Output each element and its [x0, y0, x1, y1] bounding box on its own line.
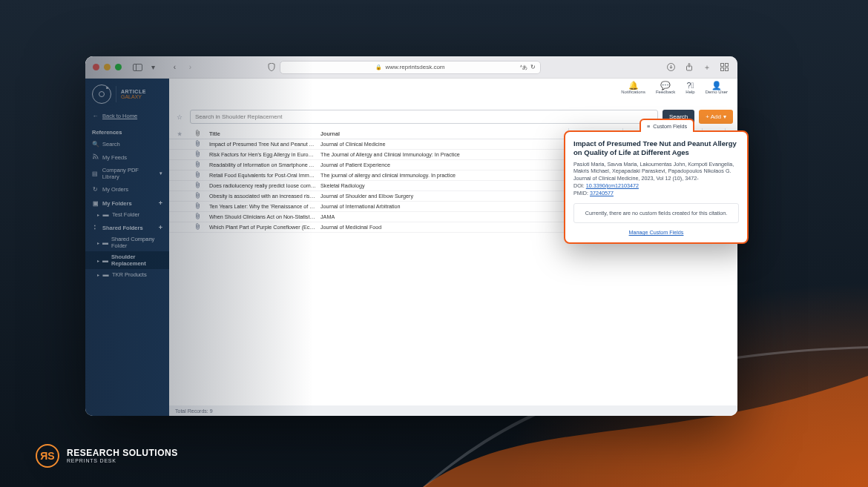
util-user[interactable]: 👤 Demo User — [700, 79, 733, 94]
bell-icon: 🔔 — [628, 82, 639, 90]
new-tab-icon[interactable]: ＋ — [701, 62, 712, 73]
library-icon: ▤ — [92, 170, 99, 177]
search-input[interactable]: Search in Shoulder Replacement — [190, 110, 658, 124]
row-title: Which Plant Part of Purple Coneflower (E… — [209, 224, 320, 231]
util-label: Help — [685, 90, 694, 94]
util-notifications[interactable]: 🔔 Notifications — [616, 79, 651, 94]
app-topbar: 🔔 Notifications 💬 Feedback ?⃝ Help 👤 Dem… — [169, 79, 737, 110]
folder-shoulder-replacement[interactable]: ▸ ▬ Shoulder Replacement — [85, 251, 169, 269]
chevron-down-icon: ▾ — [160, 170, 162, 176]
util-feedback[interactable]: 💬 Feedback — [651, 79, 680, 94]
attachment-icon[interactable] — [185, 140, 209, 148]
clock-icon: ↻ — [92, 186, 99, 193]
svg-rect-4 — [721, 64, 724, 67]
folder-shared-company[interactable]: ▸ ▬ Shared Company Folder — [85, 233, 169, 251]
galaxy-logo-icon — [92, 85, 111, 104]
nav-search[interactable]: 🔍 Search — [85, 138, 169, 150]
row-title: Readability of Information on Smartphone… — [209, 162, 320, 168]
attachment-icon[interactable] — [185, 192, 209, 200]
folder-icon: ▬ — [102, 211, 109, 218]
my-folders-header[interactable]: ▣ My Folders + — [85, 196, 169, 209]
svg-rect-0 — [134, 64, 142, 70]
pmid-label: PMID: — [573, 190, 588, 196]
brand-line1: RESEARCH SOLUTIONS — [67, 448, 178, 458]
svg-rect-5 — [726, 64, 729, 67]
folder-tkr-products[interactable]: ▸ ▬ TKR Products — [85, 269, 169, 280]
row-title: Ten Years Later: Why the 'Renaissance of… — [209, 203, 320, 210]
attachment-icon[interactable] — [185, 213, 209, 221]
total-records: Total Records: 9 — [175, 408, 213, 414]
row-title: Does radiolucency really predict loose c… — [209, 182, 320, 189]
util-help[interactable]: ?⃝ Help — [680, 79, 700, 94]
doi-link[interactable]: 10.3390/jcm12103472 — [586, 182, 639, 189]
attachment-icon[interactable] — [185, 171, 209, 179]
attachment-icon[interactable] — [185, 150, 209, 159]
nav-label: Shared Company Folder — [111, 236, 162, 249]
pmid-link[interactable]: 37240577 — [590, 190, 614, 196]
arrow-left-icon: ← — [92, 113, 99, 119]
folder-icon: ▬ — [102, 239, 108, 246]
translate-icon[interactable]: ᴬあ — [520, 64, 527, 71]
add-shared-folder-icon[interactable]: + — [159, 224, 162, 231]
share-icon[interactable] — [683, 62, 694, 73]
nav-label: Shared Folders — [102, 225, 143, 231]
caret-down-icon: ▾ — [723, 113, 726, 120]
col-attachment[interactable] — [185, 130, 209, 138]
popout-authors: Pasioti Maria, Savva Maria, Lakoumentas … — [573, 161, 734, 175]
traffic-light-zoom[interactable] — [115, 64, 122, 70]
util-label: Demo User — [706, 90, 728, 94]
nav-pdf-library[interactable]: ▤ Company PDF Library ▾ — [85, 164, 169, 183]
col-star[interactable]: ★ — [174, 130, 185, 137]
url-text: www.reprintsdesk.com — [385, 64, 444, 70]
section-references: References — [85, 124, 169, 138]
chevron-right-icon: ▸ — [97, 240, 99, 245]
sidebar-toggle-icon[interactable] — [132, 62, 143, 73]
add-button-label: + Add — [706, 113, 721, 120]
col-title[interactable]: Title — [209, 130, 320, 137]
app-logo: ARTICLEGALAXY — [85, 79, 169, 108]
star-filter-icon[interactable]: ☆ — [174, 113, 185, 121]
nav-forward-icon[interactable]: › — [185, 62, 196, 73]
nav-back-icon[interactable]: ‹ — [169, 62, 180, 73]
share-folder-icon: ⠅ — [92, 225, 99, 231]
custom-fields-popout: ≡ Custom Fields Impact of Presumed Tree … — [564, 130, 749, 244]
user-icon: 👤 — [711, 82, 722, 90]
attachment-icon[interactable] — [185, 161, 209, 169]
reload-icon[interactable]: ↻ — [530, 64, 536, 70]
brand-monogram-icon: ЯS — [36, 444, 59, 468]
traffic-light-close[interactable] — [93, 64, 99, 70]
nav-my-orders[interactable]: ↻ My Orders — [85, 183, 169, 196]
svg-rect-6 — [721, 68, 724, 71]
back-to-home-link[interactable]: ← Back to Home — [85, 108, 169, 124]
browser-chrome: ▾ ‹ › 🔒 www.reprintsdesk.com ᴬあ ↻ ＋ — [85, 56, 737, 79]
attachment-icon[interactable] — [185, 182, 209, 190]
row-title: Risk Factors for Hen's Egg Allergy in Eu… — [209, 151, 320, 158]
download-icon[interactable] — [665, 62, 677, 73]
nav-my-feeds[interactable]: My Feeds — [85, 150, 169, 164]
app-sidebar: ARTICLEGALAXY ← Back to Home References … — [85, 79, 169, 416]
chat-icon: 💬 — [660, 82, 671, 90]
nav-label: TKR Products — [112, 271, 147, 278]
url-bar[interactable]: 🔒 www.reprintsdesk.com ᴬあ ↻ — [280, 61, 541, 74]
add-button[interactable]: + Add ▾ — [699, 110, 733, 124]
attachment-icon[interactable] — [185, 223, 209, 231]
manage-custom-fields-link[interactable]: Manage Custom Fields — [629, 229, 684, 236]
add-folder-icon[interactable]: + — [159, 199, 162, 207]
svg-rect-7 — [726, 68, 729, 71]
popout-tab-label: Custom Fields — [653, 123, 687, 130]
row-title: Obesity is associated with an increased … — [209, 193, 320, 199]
popout-tab[interactable]: ≡ Custom Fields — [640, 119, 694, 132]
shared-folders-header[interactable]: ⠅ Shared Folders + — [85, 220, 169, 233]
folder-test[interactable]: ▸ ▬ Test Folder — [85, 209, 169, 220]
attachment-icon[interactable] — [185, 202, 209, 211]
traffic-light-minimize[interactable] — [104, 64, 111, 70]
chevron-down-icon[interactable]: ▾ — [148, 62, 159, 73]
row-title: Impact of Presumed Tree Nut and Peanut A… — [209, 141, 320, 148]
folder-icon: ▣ — [92, 200, 99, 207]
nav-label: My Feeds — [102, 154, 127, 161]
chevron-right-icon: ▸ — [97, 258, 99, 263]
folder-icon: ▬ — [102, 257, 108, 264]
shield-icon[interactable] — [266, 62, 277, 73]
back-label: Back to Home — [102, 113, 137, 119]
tabs-overview-icon[interactable] — [719, 62, 730, 73]
